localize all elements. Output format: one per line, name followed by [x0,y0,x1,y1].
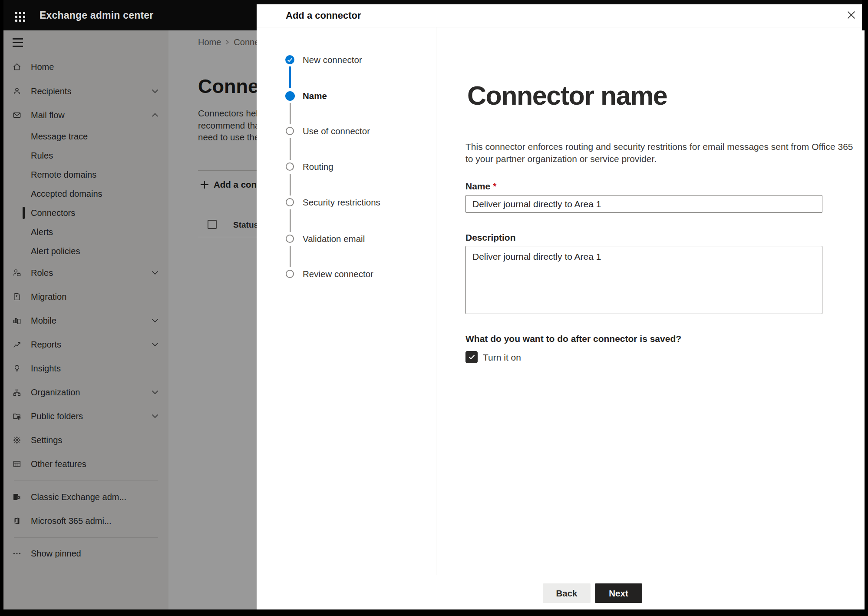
step-circle-completed [285,55,294,64]
wizard-step-description: This connector enforces routing and secu… [465,141,853,165]
step-circle-upcoming [286,235,294,243]
step-circle-current [285,91,295,101]
turn-it-on-checkbox[interactable] [465,351,478,363]
app-title: Exchange admin center [40,0,153,30]
step-label-use-of-connector: Use of connector [303,126,370,137]
step-circle-upcoming [286,127,294,135]
step-label-security-restrictions: Security restrictions [303,197,380,208]
description-textarea[interactable]: Deliver journal directly to Area 1 [465,246,822,314]
step-label-name: Name [303,90,327,102]
app-launcher-icon[interactable] [11,8,29,25]
wizard-step-heading: Connector name [467,80,667,111]
modal-overlay [3,30,257,609]
turn-it-on-label[interactable]: Turn it on [483,352,521,363]
step-connector-line [290,103,291,124]
step-label-new-connector: New connector [303,54,362,66]
description-field-label: Description [465,232,516,243]
add-connector-dialog: Add a connector New connector Name Use o… [257,4,862,609]
name-input[interactable] [465,195,822,213]
wizard-rail-divider [436,27,436,575]
required-marker: * [493,181,496,192]
step-circle-upcoming [286,162,294,171]
step-connector-line [289,66,291,88]
step-label-validation-email: Validation email [303,233,365,245]
step-circle-upcoming [286,198,294,206]
step-connector-line [290,138,291,160]
step-connector-line [290,174,291,195]
dialog-header-divider [257,27,862,27]
step-connector-line [290,246,291,267]
step-connector-line [290,209,291,232]
step-label-review-connector: Review connector [303,268,373,280]
close-icon[interactable] [843,7,859,23]
after-save-question: What do you want to do after connector i… [465,334,681,344]
dialog-title: Add a connector [286,4,361,27]
next-button[interactable]: Next [595,583,642,603]
step-label-routing: Routing [303,161,333,172]
back-button[interactable]: Back [543,583,591,603]
step-circle-upcoming [286,270,294,278]
name-field-label: Name* [465,181,496,192]
